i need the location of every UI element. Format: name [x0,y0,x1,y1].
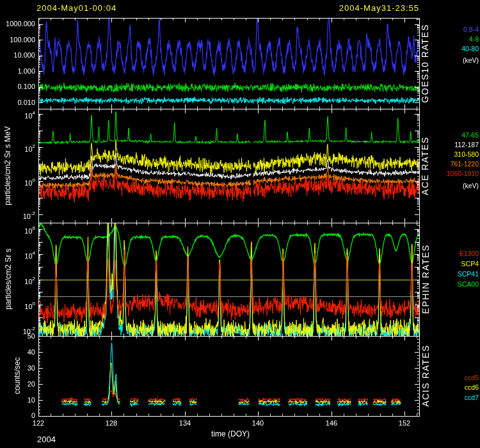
xtick-label: 134 [172,419,198,428]
goes-ytick-label: 0.010 [0,99,35,107]
legend-label: E1300 [439,250,479,257]
legend-label: (keV) [439,56,479,64]
xtick-label: 146 [319,419,344,428]
legend-label: SCA00 [439,280,479,288]
ytick-exp: 4 [33,110,35,116]
ytick-exp: 4 [33,250,35,256]
legend-label: 40-80 [439,45,479,52]
ytick-base: 10 [24,112,32,120]
legend-label: SCP41 [439,270,479,278]
ytick-exp: 6 [33,225,35,231]
goes-ytick-label: 1000.000 [0,20,35,28]
ace-panel-title: ACE RATES [420,109,430,223]
legend-label: 112-187 [439,141,479,148]
ytick-base: 10 [24,252,32,260]
ytick-exp: -2 [31,211,35,216]
year-label: 2004 [37,435,56,444]
goes-ytick-label: 0.100 [0,83,35,91]
goes-ytick-label: 1.000 [0,67,35,76]
ytick-exp: 2 [33,143,35,149]
legend-label: 4-9 [439,35,479,43]
ytick-exp: 2 [33,276,35,282]
ytick-exp: 0 [33,301,35,307]
ytick-base: 10 [24,145,32,153]
xtick-label: 122 [26,419,51,428]
xtick-label: 152 [392,419,417,428]
end-timestamp: 2004-May31-23:55 [288,3,419,13]
plot-canvas [0,0,480,448]
legend-label: 1060-1910 [439,170,479,177]
ace-y-axis-title: particles/cm2 Sr s MeV [3,109,13,223]
legend-label: 310-580 [439,150,479,158]
ytick-base: 10 [24,303,32,310]
xtick-label: 128 [99,419,124,428]
ytick-base: 10 [24,227,32,235]
ytick-base: 10 [24,278,32,285]
legend-label: 761-1220 [439,160,479,168]
ytick-base: 10 [24,179,32,187]
goes-ytick-label: 100.000 [0,36,35,44]
ephin-panel-title: EPHIN RATES [420,223,431,336]
start-timestamp: 2004-May01-00:04 [36,3,116,13]
ytick-exp: 0 [33,177,35,183]
ytick-exp: -2 [31,326,35,332]
acis-y-axis-title: counts/sec [12,336,22,416]
ytick-base: 10 [23,212,31,220]
xtick-label: 140 [245,419,271,428]
ephin-y-axis-title: particles/cm2 Sr s [3,223,13,336]
goes-panel-title: GOES10 RATES [420,18,430,109]
acis-panel-title: ACIS RATES [420,336,431,416]
x-axis-title: time (DOY) [166,429,294,438]
legend-label: (keV) [439,182,479,189]
legend-label: 47-65 [439,131,479,139]
legend-label: ccd7 [439,394,479,401]
legend-label: SCP4 [439,260,479,268]
goes-ytick-label: 10.000 [0,51,35,60]
legend-label: 0.8-4 [439,26,479,33]
legend-label: ccd6 [439,383,479,391]
screen: 2004-May01-00:04 2004-May31-23:55 1000.0… [0,0,480,448]
legend-label: ccd5 [439,374,479,381]
